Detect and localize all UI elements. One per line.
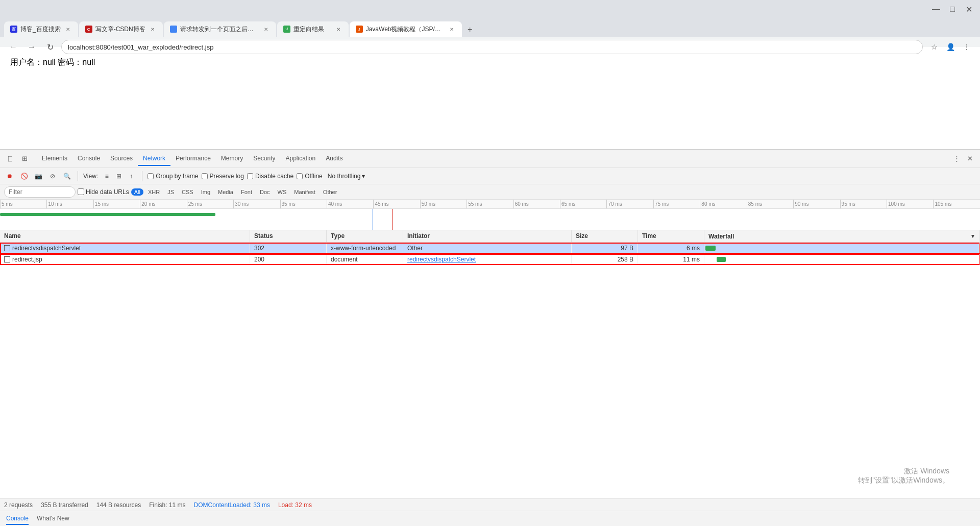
th-type[interactable]: Type [327,230,403,242]
close-button[interactable]: ✕ [962,2,976,16]
ruler-tick-100ms: 100 ms [887,200,933,208]
offline-checkbox[interactable] [297,173,303,179]
tab-close-5[interactable]: ✕ [448,25,456,33]
devtools-tab-console[interactable]: Console [72,152,105,166]
bottom-tab-console[interactable]: Console [6,513,29,525]
devtools-more-icon[interactable]: ⋮ [950,153,963,165]
browser-tab-4[interactable]: ↺ 重定向结果 ✕ [277,21,349,37]
clear-button[interactable]: 🚫 [18,171,30,182]
screenshot-button[interactable]: 📷 [33,171,44,182]
transferred-size: 355 B transferred [41,501,88,509]
browser-tab-3[interactable]: 请求转发到一个页面之后怎样调... ✕ [164,21,276,37]
ruler-tick-60ms: 60 ms [513,200,560,208]
browser-tab-5[interactable]: J JavaWeb视频教程（JSP/Servle... ✕ [350,21,462,37]
view-label: View: [83,173,98,180]
minimize-button[interactable]: — [929,2,943,16]
tab-close-4[interactable]: ✕ [334,25,342,33]
filter-tag-xhr[interactable]: XHR [145,188,163,196]
sort-arrow-icon: ▼ [970,233,975,239]
forward-button[interactable]: → [24,40,39,54]
th-status[interactable]: Status [250,230,327,242]
td-size-1: 97 B [572,243,638,253]
th-waterfall[interactable]: Waterfall ▼ [704,230,980,242]
filter-tag-doc[interactable]: Doc [257,188,273,196]
profile-icon[interactable]: 👤 [943,40,958,54]
star-icon[interactable]: ☆ [927,40,941,54]
devtools-tab-audits[interactable]: Audits [321,152,348,166]
td-waterfall-1 [704,243,980,253]
filter-tag-css[interactable]: CSS [179,188,197,196]
tab-close-1[interactable]: ✕ [64,25,72,33]
initiator-link-2[interactable]: redirectvsdispatchServlet [407,256,476,263]
ruler-tick-15ms: 15 ms [93,200,140,208]
ruler-tick-5ms: 5 ms [0,200,46,208]
restore-button[interactable]: □ [945,2,960,16]
disable-cache-checkbox[interactable] [247,173,253,179]
devtools-tab-sources[interactable]: Sources [105,152,138,166]
tab-title-1: 博客_百度搜索 [20,25,61,34]
timeline-area[interactable]: 5 ms 10 ms 15 ms 20 ms 25 ms 30 ms 35 ms… [0,200,980,230]
th-size[interactable]: Size [572,230,638,242]
browser-tab-1[interactable]: 百 博客_百度搜索 ✕ [4,21,78,37]
devtools-device-icon[interactable]: ⊞ [18,153,31,165]
filter-input[interactable] [4,186,76,198]
reload-button[interactable]: ↻ [43,40,57,54]
ruler-tick-75ms: 75 ms [653,200,700,208]
back-button[interactable]: ← [6,40,20,54]
devtools-tab-network[interactable]: Network [138,152,170,166]
filter-tag-media[interactable]: Media [215,188,236,196]
devtools-tab-application[interactable]: Application [281,152,321,166]
new-tab-button[interactable]: + [463,22,477,37]
devtools-tab-performance[interactable]: Performance [170,152,216,166]
devtools-close-icon[interactable]: ✕ [964,153,976,165]
tab-close-3[interactable]: ✕ [262,25,270,33]
throttling-select[interactable]: No throttling ▾ [326,172,368,181]
table-row[interactable]: redirect.jsp 200 document redirectvsdisp… [0,254,980,265]
filter-tag-ws[interactable]: WS [275,188,290,196]
th-time[interactable]: Time [638,230,704,242]
ruler-tick-40ms: 40 ms [327,200,373,208]
bottom-tab-whats-new[interactable]: What's New [37,513,69,525]
search-button[interactable]: 🔍 [61,171,72,182]
url-bar[interactable]: localhost:8080/test001_war_exploded/redi… [61,40,923,54]
timeline-green-bar [0,213,215,216]
th-name[interactable]: Name [0,230,250,242]
offline-label[interactable]: Offline [297,173,322,180]
table-row[interactable]: redirectvsdispatchServlet 302 x-www-form… [0,243,980,254]
toolbar-divider-2 [142,171,142,181]
browser-tab-2[interactable]: C 写文章-CSDN博客 ✕ [79,21,163,37]
tab-close-2[interactable]: ✕ [149,25,157,33]
filter-tag-manifest[interactable]: Manifest [291,188,318,196]
import-icon[interactable]: ↑ [126,171,137,182]
tree-view-icon[interactable]: ⊞ [113,171,125,182]
ruler-tick-35ms: 35 ms [280,200,327,208]
hide-data-urls-checkbox[interactable] [78,188,84,195]
filter-tag-js[interactable]: JS [164,188,177,196]
record-button[interactable]: ⏺ [4,171,15,182]
filter-tag-font[interactable]: Font [238,188,255,196]
devtools-tab-elements[interactable]: Elements [37,152,72,166]
devtools-tab-security[interactable]: Security [248,152,280,166]
list-view-icon[interactable]: ≡ [101,171,112,182]
devtools-tab-memory[interactable]: Memory [216,152,248,166]
preserve-log-label[interactable]: Preserve log [202,173,244,180]
preserve-log-checkbox[interactable] [202,173,208,179]
filter-tag-img[interactable]: Img [198,188,213,196]
group-by-frame-label[interactable]: Group by frame [148,173,198,180]
timeline-blue-line [373,209,373,230]
filter-tag-all[interactable]: All [131,188,143,196]
devtools-select-icon[interactable]: ⎕ [4,153,16,165]
filter-bar: Hide data URLs All XHR JS CSS Img Media … [0,184,980,200]
th-initiator[interactable]: Initiator [403,230,572,242]
browser-chrome: — □ ✕ 百 博客_百度搜索 ✕ C 写文章-CSDN博客 ✕ 请求转发到一个… [0,0,980,47]
more-icon[interactable]: ⋮ [960,40,974,54]
disable-cache-label[interactable]: Disable cache [247,173,293,180]
devtools-left-icons: ⎕ ⊞ [4,153,31,165]
td-initiator-2[interactable]: redirectvsdispatchServlet [403,254,572,265]
group-by-frame-checkbox[interactable] [148,173,154,179]
filter-tag-other[interactable]: Other [320,188,340,196]
filter-button[interactable]: ⊘ [47,171,58,182]
ruler-tick-105ms: 105 ms [933,200,979,208]
ruler-tick-95ms: 95 ms [840,200,887,208]
hide-data-urls-label[interactable]: Hide data URLs [78,188,129,196]
